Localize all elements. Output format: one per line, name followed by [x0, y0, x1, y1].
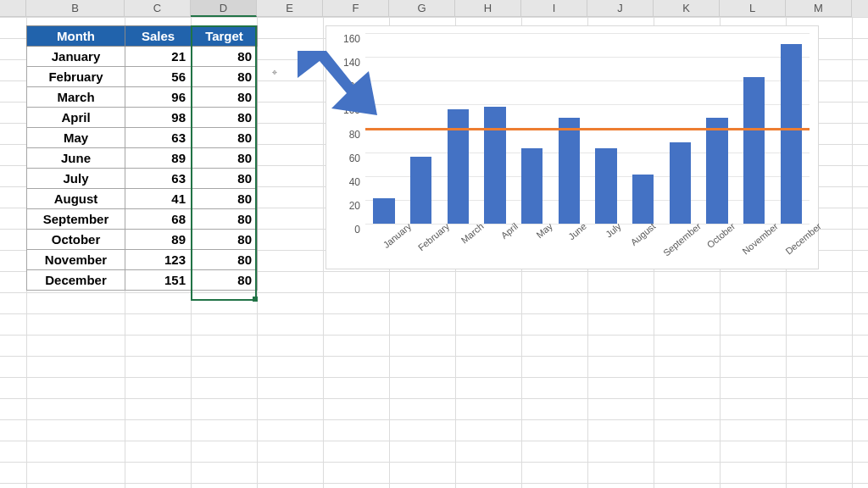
chart-x-axis: JanuaryFebruaryMarchAprilMayJuneJulyAugu…	[365, 220, 810, 230]
cell-sales[interactable]: 21	[125, 47, 192, 67]
cell-target[interactable]: 80	[192, 230, 258, 250]
column-header-m[interactable]: M	[786, 0, 852, 17]
cell-target[interactable]: 80	[192, 108, 258, 128]
cell-sales[interactable]: 63	[125, 128, 192, 148]
cell-month[interactable]: April	[27, 108, 125, 128]
cell-target[interactable]: 80	[192, 189, 258, 209]
x-tick-label: November	[741, 221, 781, 257]
cell-sales[interactable]: 98	[125, 108, 192, 128]
cell-sales[interactable]: 41	[125, 189, 192, 209]
column-header-b[interactable]: B	[26, 0, 125, 17]
y-tick-label: 100	[326, 104, 360, 116]
y-tick-label: 80	[326, 129, 360, 141]
cell-target[interactable]: 80	[192, 87, 258, 108]
cell-month[interactable]: September	[27, 209, 125, 230]
y-tick-label: 20	[326, 200, 360, 212]
chart[interactable]: 020406080100120140160 JanuaryFebruaryMar…	[326, 25, 819, 269]
table-row[interactable]: May6380	[27, 128, 258, 148]
cell-month[interactable]: August	[27, 189, 125, 209]
x-tick-label: February	[415, 221, 450, 252]
column-header-d[interactable]: D	[191, 0, 257, 17]
cell-month[interactable]: March	[27, 87, 125, 108]
table-header-sales[interactable]: Sales	[125, 26, 192, 47]
x-tick-label: December	[784, 221, 824, 257]
table-row[interactable]: September6880	[27, 209, 258, 230]
cell-sales[interactable]: 123	[125, 250, 192, 270]
cell-sales[interactable]: 68	[125, 209, 192, 230]
column-header-l[interactable]: L	[720, 0, 786, 17]
cell-target[interactable]: 80	[192, 169, 258, 189]
cell-month[interactable]: October	[27, 230, 125, 250]
chart-plot-area[interactable]: 020406080100120140160 JanuaryFebruaryMar…	[365, 33, 810, 224]
column-headers[interactable]: BCDEFGHIJKLM	[0, 0, 868, 17]
chart-bar[interactable]	[559, 118, 580, 224]
chart-bar[interactable]	[595, 148, 616, 224]
cell-month[interactable]: June	[27, 148, 125, 169]
chart-bar[interactable]	[743, 77, 765, 224]
column-header-e[interactable]: E	[257, 0, 323, 17]
table-row[interactable]: July6380	[27, 169, 258, 189]
cell-month[interactable]: July	[27, 169, 125, 189]
chart-bar[interactable]	[670, 142, 691, 224]
table-row[interactable]: December15180	[27, 270, 258, 291]
cell-target[interactable]: 80	[192, 128, 258, 148]
cell-sales[interactable]: 63	[125, 169, 192, 189]
chart-bar[interactable]	[521, 148, 542, 224]
cell-sales[interactable]: 56	[125, 67, 192, 87]
table-row[interactable]: January2180	[27, 47, 258, 67]
table-row[interactable]: August4180	[27, 189, 258, 209]
chart-bar[interactable]	[448, 109, 469, 224]
column-header-c[interactable]: C	[125, 0, 191, 17]
x-tick-label: September	[661, 221, 703, 258]
table-row[interactable]: April9880	[27, 108, 258, 128]
cell-month[interactable]: May	[27, 128, 125, 148]
table-row[interactable]: October8980	[27, 230, 258, 250]
cell-target[interactable]: 80	[192, 148, 258, 169]
cell-target[interactable]: 80	[192, 67, 258, 87]
table-header-target[interactable]: Target	[192, 26, 258, 47]
x-tick-label: May	[534, 221, 554, 241]
cells-area[interactable]: MonthSalesTargetJanuary2180February5680M…	[0, 17, 868, 488]
y-tick-label: 160	[326, 33, 360, 45]
column-header-i[interactable]: I	[521, 0, 587, 17]
cell-month[interactable]: January	[27, 47, 125, 67]
cell-target[interactable]: 80	[192, 270, 258, 291]
y-tick-label: 0	[326, 224, 360, 236]
cell-sales[interactable]: 151	[125, 270, 192, 291]
column-header-j[interactable]: J	[587, 0, 654, 17]
x-tick-label: October	[705, 221, 737, 250]
spreadsheet-grid[interactable]: BCDEFGHIJKLM MonthSalesTargetJanuary2180…	[0, 0, 868, 488]
column-header-f[interactable]: F	[323, 0, 389, 17]
table-row[interactable]: March9680	[27, 87, 258, 108]
cell-month[interactable]: December	[27, 270, 125, 291]
chart-target-line[interactable]	[365, 128, 810, 130]
chart-bar[interactable]	[706, 118, 727, 224]
data-table[interactable]: MonthSalesTargetJanuary2180February5680M…	[26, 25, 258, 291]
chart-bar[interactable]	[781, 44, 802, 224]
x-tick-label: January	[381, 221, 414, 250]
y-tick-label: 140	[326, 57, 360, 69]
column-header-k[interactable]: K	[654, 0, 720, 17]
y-tick-label: 40	[326, 176, 360, 188]
table-header-month[interactable]: Month	[27, 26, 125, 47]
cell-target[interactable]: 80	[192, 47, 258, 67]
y-tick-label: 120	[326, 80, 360, 92]
cell-sales[interactable]: 96	[125, 87, 192, 108]
y-tick-label: 60	[326, 152, 360, 164]
table-row[interactable]: February5680	[27, 67, 258, 87]
cell-month[interactable]: November	[27, 250, 125, 270]
table-row[interactable]: November12380	[27, 250, 258, 270]
cell-month[interactable]: February	[27, 67, 125, 87]
table-row[interactable]: June8980	[27, 148, 258, 169]
chart-y-axis: 020406080100120140160	[326, 33, 365, 224]
cell-target[interactable]: 80	[192, 250, 258, 270]
chart-bar[interactable]	[484, 107, 505, 224]
cell-sales[interactable]: 89	[125, 230, 192, 250]
column-header-g[interactable]: G	[389, 0, 455, 17]
column-header-h[interactable]: H	[455, 0, 521, 17]
x-tick-label: April	[498, 221, 520, 241]
chart-bar[interactable]	[410, 157, 431, 224]
chart-bar[interactable]	[632, 175, 654, 224]
cell-target[interactable]: 80	[192, 209, 258, 230]
cell-sales[interactable]: 89	[125, 148, 192, 169]
